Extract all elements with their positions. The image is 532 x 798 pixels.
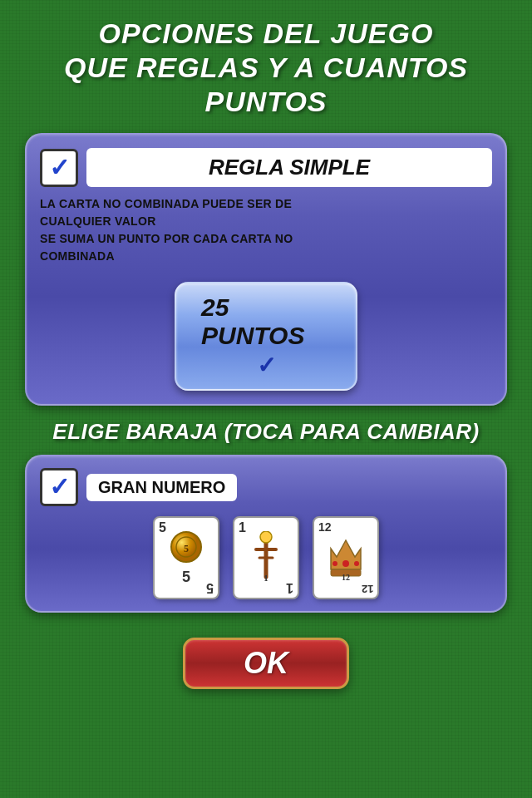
svg-point-11 [332, 561, 337, 566]
title-area: OPCIONES DEL JUEGO QUE REGLAS Y A CUANTO… [25, 17, 507, 118]
rule-desc-line3: SE SUMA UN PUNTO POR CADA CARTA NO [40, 232, 293, 245]
svg-text:1: 1 [264, 573, 268, 583]
rule-description: LA CARTA NO COMBINADA PUEDE SER DE CUALQ… [40, 195, 492, 265]
card-3: 12 12 12 [313, 516, 379, 599]
baraja-section-label: ELIGE BARAJA (TOCA PARA CAMBIAR) [52, 419, 479, 445]
rule-title-box: REGLA SIMPLE [86, 148, 492, 187]
scepter-icon: 1 [248, 531, 284, 584]
ok-label: OK [244, 646, 288, 681]
baraja-deck-name: GRAN NUMERO [98, 478, 225, 496]
card-3-num-tl: 12 [318, 520, 332, 534]
card-1-num-br: 5 [206, 580, 214, 595]
rule-desc-line4: COMBINADA [40, 249, 115, 263]
svg-point-12 [354, 561, 359, 566]
rule-header: ✓ REGLA SIMPLE [40, 148, 492, 187]
crown-icon: 12 [327, 532, 365, 584]
svg-text:12: 12 [342, 573, 350, 582]
rule-desc-line2: CUALQUIER VALOR [40, 214, 156, 228]
card-1: 5 5 5 5 [153, 516, 219, 599]
points-label: 25 PUNTOS [201, 293, 331, 350]
baraja-checkbox[interactable]: ✓ [40, 468, 78, 506]
baraja-header: ✓ GRAN NUMERO [40, 468, 492, 506]
baraja-panel[interactable]: ✓ GRAN NUMERO 5 [25, 455, 507, 613]
svg-point-10 [342, 560, 349, 567]
card-2-num-tl: 1 [239, 520, 246, 535]
cards-row: 5 5 5 5 [40, 516, 492, 599]
svg-point-4 [260, 531, 272, 543]
card-2: 1 1 1 [233, 516, 299, 599]
baraja-title-box: GRAN NUMERO [86, 474, 237, 501]
card-1-bottom: 5 [182, 569, 190, 586]
title-line-1: OPCIONES DEL JUEGO [25, 17, 507, 51]
card-2-num-br: 1 [286, 580, 293, 595]
card-1-num-tl: 5 [159, 520, 166, 535]
rule-panel: ✓ REGLA SIMPLE LA CARTA NO COMBINADA PUE… [25, 133, 507, 406]
ok-button[interactable]: OK [183, 638, 349, 689]
title-line-2: QUE REGLAS Y A CUANTOS PUNTOS [25, 51, 507, 119]
baraja-checkbox-check: ✓ [49, 475, 70, 500]
rule-checkbox-check: ✓ [49, 155, 70, 180]
rule-title-text: REGLA SIMPLE [209, 155, 370, 180]
rule-desc-line1: LA CARTA NO COMBINADA PUEDE SER DE [40, 197, 292, 210]
card-3-num-br: 12 [362, 583, 373, 595]
coin-icon: 5 [168, 530, 204, 567]
points-checkmark: ✓ [257, 352, 276, 379]
svg-text:5: 5 [184, 543, 189, 554]
rule-checkbox[interactable]: ✓ [40, 149, 78, 187]
points-button[interactable]: 25 PUNTOS ✓ [175, 282, 357, 391]
